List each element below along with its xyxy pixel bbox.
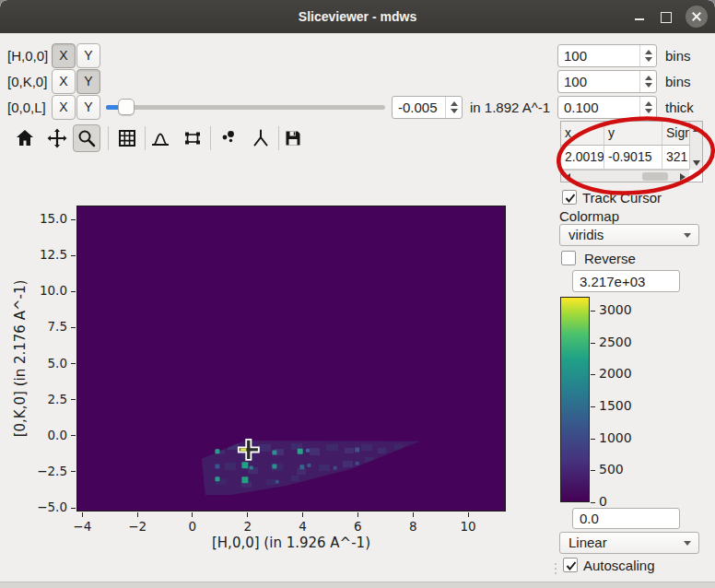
y-tick-label: 7.5 [48, 319, 67, 334]
x-tick-label: 6 [339, 519, 376, 534]
x-tick-label: −4 [64, 519, 100, 534]
bins-y-spinbox[interactable] [557, 70, 657, 93]
x-tick-mark [302, 512, 303, 517]
reverse-label: Reverse [584, 251, 636, 266]
00l-x-button[interactable]: X [52, 95, 76, 120]
spin-arrows[interactable] [639, 45, 656, 66]
peaks-overlay-icon[interactable] [217, 127, 240, 149]
x-tick-label: 2 [229, 519, 266, 534]
colormap-label: Colormap [559, 208, 619, 224]
x-tick-mark [192, 512, 193, 517]
scale-dropdown[interactable]: Linear [559, 532, 699, 554]
bins-y-input[interactable] [564, 71, 638, 92]
cursor-info-table[interactable]: xySignal 2.0019-0.9015321 [560, 121, 703, 182]
y-axis-label: [0,K,0] (in 2.176 A^-1) [12, 280, 29, 438]
signal-peak-pixel [355, 447, 359, 452]
colorbar-tick-mark [591, 374, 595, 375]
dim-label-00l: [0,0,L] [7, 95, 46, 120]
table-header-cell: Signal [662, 122, 691, 146]
y-tick-label: 10.0 [40, 283, 67, 298]
track-cursor-checkbox[interactable] [562, 190, 577, 205]
00l-y-button[interactable]: Y [76, 95, 100, 120]
chevron-down-icon [684, 541, 691, 546]
slice-slider[interactable] [106, 95, 385, 120]
autoscaling-checkbox[interactable] [563, 558, 578, 572]
line-plots-icon[interactable] [149, 127, 171, 149]
bins-x-spinbox[interactable] [557, 44, 657, 67]
title-bar[interactable]: Sliceviewer - mdws [0, 0, 715, 33]
heatmap-canvas[interactable] [77, 206, 507, 512]
nonorthogonal-axes-icon[interactable] [250, 127, 272, 149]
colorbar[interactable] [560, 297, 590, 502]
splitter-grip[interactable] [555, 563, 558, 574]
home-icon[interactable] [14, 127, 36, 149]
y-tick-mark [71, 399, 76, 400]
scale-value: Linear [568, 533, 607, 553]
y-tick-label: −5.0 [37, 500, 67, 514]
x-tick-mark [358, 512, 358, 517]
0k0-x-button[interactable]: X [52, 69, 76, 94]
colorbar-tick-label: 1500 [599, 398, 632, 413]
colorbar-min-field[interactable] [572, 508, 680, 529]
bins-x-input[interactable] [564, 45, 638, 66]
slider-groove[interactable] [106, 105, 385, 110]
spin-arrows[interactable] [639, 71, 656, 92]
x-axis-label: [H,0,0] (in 1.926 A^-1) [153, 535, 429, 551]
table-header-cell: x [561, 122, 604, 146]
y-tick-mark [71, 291, 76, 292]
h00-y-button[interactable]: Y [76, 43, 100, 68]
signal-peak-pixel [306, 449, 310, 453]
save-icon[interactable] [282, 127, 304, 149]
thickness-input[interactable] [564, 97, 638, 118]
maximize-button[interactable] [654, 6, 676, 28]
slider-handle[interactable] [118, 99, 135, 115]
close-button[interactable] [686, 6, 708, 28]
bins-label-2: bins [665, 70, 691, 93]
colorbar-max-field[interactable] [572, 270, 680, 292]
heatmap-plot[interactable] [76, 206, 506, 512]
table-vertical-scrollbar[interactable] [689, 122, 702, 170]
cursor-table-row: 2.0019-0.9015321 [561, 146, 702, 170]
h00-x-button[interactable]: X [52, 43, 76, 68]
y-tick-label: 0.0 [48, 428, 67, 442]
toolbar-separator [145, 126, 146, 150]
region-selection-icon[interactable] [182, 127, 204, 149]
slice-value-input[interactable] [398, 97, 443, 118]
y-tick-label: 2.5 [48, 392, 67, 406]
signal-peak-pixel [334, 466, 337, 470]
y-tick-label: 15.0 [40, 211, 67, 226]
signal-peak-pixel [275, 480, 279, 484]
signal-peak-pixel [272, 464, 276, 468]
y-tick-mark [71, 435, 76, 436]
thickness-spinbox[interactable] [557, 96, 657, 119]
y-tick-mark [71, 327, 76, 328]
zoom-icon[interactable] [76, 127, 98, 149]
reverse-checkbox[interactable] [561, 251, 576, 265]
y-tick-mark [71, 363, 76, 364]
signal-peak-pixel [241, 476, 248, 483]
grid-icon[interactable] [116, 127, 138, 149]
colormap-value: viridis [568, 225, 604, 245]
signal-peak-pixel [215, 476, 219, 481]
y-tick-mark [71, 508, 76, 509]
colorbar-tick-mark [591, 406, 595, 407]
colorbar-tick-label: 1000 [599, 430, 632, 445]
colorbar-max-input[interactable] [580, 271, 676, 291]
spin-arrows[interactable] [639, 97, 656, 118]
0k0-y-button[interactable]: Y [76, 69, 100, 94]
table-horizontal-scrollbar[interactable] [561, 170, 689, 182]
toolbar-separator [278, 126, 279, 150]
minimize-button[interactable] [628, 6, 651, 28]
scrollbar-thumb[interactable] [642, 172, 668, 181]
colormap-dropdown[interactable]: viridis [559, 224, 699, 246]
colorbar-tick-label: 0 [599, 494, 607, 509]
pan-icon[interactable] [46, 127, 68, 149]
signal-peak-pixel [250, 466, 253, 470]
table-header-cell: y [604, 122, 662, 146]
colorbar-tick-mark [591, 311, 595, 312]
spin-arrows[interactable] [445, 97, 462, 118]
x-tick-mark [413, 512, 414, 517]
colorbar-min-input[interactable] [580, 509, 676, 528]
slice-value-spinbox[interactable] [392, 96, 463, 119]
y-tick-mark [71, 471, 76, 472]
